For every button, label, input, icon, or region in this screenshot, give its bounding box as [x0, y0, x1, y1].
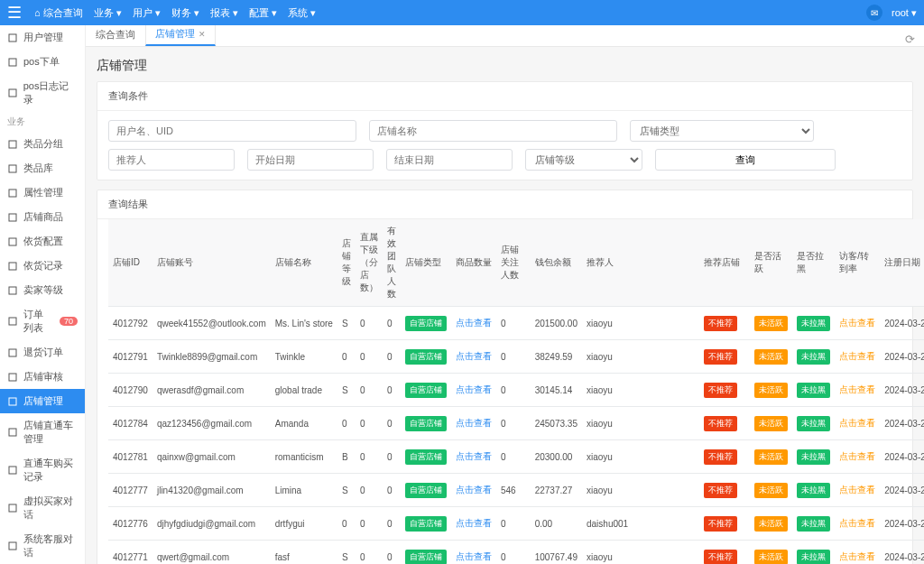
sidebar-item-label: 依货记录 — [23, 259, 63, 273]
visit-link[interactable]: 点击查看 — [839, 318, 875, 328]
sidebar-item[interactable]: 类品分组 — [0, 132, 85, 156]
top-menu-biz[interactable]: 业务 ▾ — [94, 6, 122, 20]
top-menu-fin[interactable]: 财务 ▾ — [171, 6, 199, 20]
visit-link[interactable]: 点击查看 — [839, 451, 875, 461]
black-tag: 未拉黑 — [797, 449, 830, 465]
cell-team: 0 — [383, 374, 401, 407]
refresh-icon[interactable]: ⟳ — [896, 32, 924, 46]
svg-rect-4 — [9, 165, 16, 172]
shop-type-select[interactable]: 店铺类型 — [630, 120, 814, 142]
shop-name-input[interactable] — [369, 120, 617, 142]
badge: 70 — [60, 317, 78, 326]
prod-link[interactable]: 点击查看 — [456, 451, 492, 461]
visit-link[interactable]: 点击查看 — [839, 418, 875, 428]
table-header: 直属下级（分店数） — [356, 219, 383, 307]
prod-link[interactable]: 点击查看 — [456, 418, 492, 428]
cell-sub: 0 — [356, 507, 383, 541]
nav-icon — [7, 396, 18, 407]
sidebar-user-mgmt[interactable]: 用户管理 — [0, 25, 85, 50]
rec-tag: 不推荐 — [704, 316, 737, 331]
cell-rec: xiaoyu — [582, 440, 699, 474]
query-button[interactable]: 查询 — [655, 149, 836, 171]
hamburger-icon[interactable]: ☰ — [7, 3, 22, 23]
top-menu-sys[interactable]: 系统 ▾ — [288, 6, 316, 20]
user-input[interactable] — [108, 120, 356, 142]
prod-link[interactable]: 点击查看 — [456, 318, 492, 328]
sidebar-item[interactable]: 店铺直通车管理 — [0, 413, 85, 451]
tab-close-icon[interactable]: ✕ — [199, 30, 206, 39]
user-dropdown[interactable]: root ▾ — [892, 7, 917, 19]
start-date-input[interactable] — [247, 149, 374, 171]
rec-tag: 不推荐 — [704, 383, 737, 398]
visit-link[interactable]: 点击查看 — [839, 351, 875, 361]
sidebar-item[interactable]: 卖家等级 — [0, 278, 85, 302]
top-menu-config[interactable]: 配置 ▾ — [249, 6, 277, 20]
sidebar-item-label: 依货配置 — [23, 235, 63, 248]
svg-rect-7 — [9, 238, 16, 245]
sidebar-group-biz: 业务 — [0, 112, 85, 132]
sidebar-item[interactable]: 店铺商品 — [0, 205, 85, 229]
sidebar-item[interactable]: 店铺审核 — [0, 365, 85, 389]
shop-level-select[interactable]: 店铺等级 — [525, 149, 642, 171]
nav-icon — [7, 188, 18, 199]
sidebar-item[interactable]: 属性管理 — [0, 180, 85, 205]
tab-shop-mgmt[interactable]: 店铺管理✕ — [145, 25, 216, 46]
prod-link[interactable]: 点击查看 — [456, 518, 492, 528]
sidebar-item[interactable]: 店铺管理 — [0, 389, 85, 413]
table-header: 店铺类型 — [401, 219, 451, 307]
type-tag: 自营店铺 — [405, 349, 447, 365]
cell-acc: jlin41320@gmail.com — [152, 474, 271, 507]
tab-home[interactable]: 综合查询 — [86, 25, 145, 46]
sidebar-item-label: 类品分组 — [23, 137, 63, 151]
table-header: 访客/转到率 — [835, 219, 880, 307]
sidebar-pos-log[interactable]: pos日志记录 — [0, 74, 85, 112]
sidebar-item-label: 属性管理 — [23, 186, 63, 199]
black-tag: 未拉黑 — [797, 383, 830, 398]
sidebar-item[interactable]: 系统客服对话 — [0, 527, 85, 564]
sidebar-item-label: 虚拟买家对话 — [23, 495, 78, 522]
sidebar-item[interactable]: 类品库 — [0, 156, 85, 180]
top-menu-home[interactable]: ⌂ 综合查询 — [34, 6, 83, 20]
cell-date: 2024-03-29T05:26:06 — [880, 407, 924, 440]
cell-team: 0 — [383, 541, 401, 565]
cell-visit: 点击查看 — [835, 507, 880, 541]
cell-level: S — [337, 474, 356, 507]
sidebar-item[interactable]: 订单列表70 — [0, 302, 85, 340]
sidebar-item[interactable]: 直通车购买记录 — [0, 451, 85, 489]
prod-link[interactable]: 点击查看 — [456, 351, 492, 361]
visit-link[interactable]: 点击查看 — [839, 518, 875, 528]
sidebar-item[interactable]: 退货订单 — [0, 340, 85, 365]
cell-bal: 201500.00 — [531, 307, 582, 340]
prod-link[interactable]: 点击查看 — [456, 485, 492, 495]
results-table: 店铺ID店铺账号店铺名称店铺等级直属下级（分店数）有效团队人数店铺类型商品数量店… — [108, 219, 924, 564]
referrer-input[interactable] — [108, 149, 235, 171]
sidebar-item[interactable]: 依货配置 — [0, 229, 85, 254]
sidebar-pos-order[interactable]: pos下单 — [0, 50, 85, 74]
cell-visit: 点击查看 — [835, 374, 880, 407]
message-icon[interactable]: ✉ — [866, 5, 882, 21]
prod-link[interactable]: 点击查看 — [456, 551, 492, 561]
search-panel: 查询条件 店铺类型 店铺等级 查询 — [97, 81, 913, 180]
cell-date: 2024-03-28T05:05:02 — [880, 541, 924, 565]
table-row: 4012776djhyfgdiudgi@gmail.comdrtfygui000… — [108, 507, 924, 541]
sidebar-item[interactable]: 依货记录 — [0, 254, 85, 278]
top-menu-report[interactable]: 报表 ▾ — [210, 6, 238, 20]
active-tag: 未活跃 — [754, 516, 788, 532]
type-tag: 自营店铺 — [405, 316, 447, 331]
sidebar-item-label: 系统客服对话 — [23, 532, 78, 559]
visit-link[interactable]: 点击查看 — [839, 384, 875, 394]
cell-id: 4012776 — [108, 507, 152, 541]
top-menu-user[interactable]: 用户 ▾ — [133, 6, 161, 20]
nav-icon — [7, 236, 18, 247]
cell-level: 0 — [337, 507, 356, 541]
cell-sub: 0 — [356, 307, 383, 340]
cell-team: 0 — [383, 340, 401, 374]
cell-follow: 0 — [496, 440, 531, 474]
visit-link[interactable]: 点击查看 — [839, 485, 875, 495]
cell-bal: 20300.00 — [531, 440, 582, 474]
end-date-input[interactable] — [386, 149, 513, 171]
sidebar-item[interactable]: 虚拟买家对话 — [0, 489, 85, 527]
visit-link[interactable]: 点击查看 — [839, 551, 875, 561]
prod-link[interactable]: 点击查看 — [456, 384, 492, 394]
cell-team: 0 — [383, 307, 401, 340]
